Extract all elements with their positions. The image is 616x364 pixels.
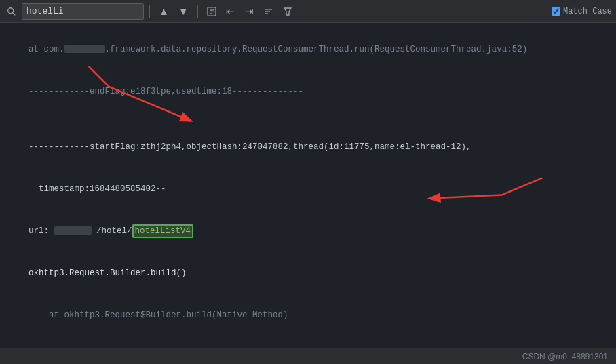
separator-2: [197, 5, 198, 18]
watermark: CSDN @m0_48891301: [522, 352, 608, 361]
log-line-3: ------------startFlag:zthj2ph4,objectHas…: [8, 126, 608, 168]
log-line-empty: [8, 113, 608, 127]
redacted-1: [64, 45, 105, 53]
log-line-url: url: /hotel/hotelListV4: [8, 210, 608, 252]
log-line-7: at okhttp3.Request$Builder.build(Native …: [8, 294, 608, 336]
line-text-2: .framework.data.repository.RequestConsum…: [105, 45, 528, 54]
log-content: at com. .framework.data.repository.Reque…: [0, 23, 616, 348]
url-label: url:: [28, 226, 54, 236]
url-redacted: [54, 226, 92, 235]
bottom-bar: CSDN @m0_48891301: [0, 348, 616, 364]
log-line-2: ------------endFlag:e18f3tpe,usedtime:18…: [8, 70, 608, 113]
search-toolbar: ▲ ▼ ⇤ ⇥ Match Case: [0, 0, 616, 23]
match-case-option: Match Case: [552, 7, 612, 16]
match-case-label[interactable]: Match Case: [563, 7, 612, 16]
end-flag: ------------endFlag:e18f3tpe,usedtime:18…: [28, 87, 303, 96]
separator-1: [149, 5, 150, 18]
line-text: at com.: [28, 45, 64, 54]
url-path: /hotel/: [92, 226, 132, 236]
filter-button[interactable]: [280, 3, 296, 20]
hotel-list-v4-highlight: hotelListV4: [132, 224, 194, 238]
next-match-button[interactable]: ▼: [175, 3, 192, 20]
at-indent-1: at okhttp3.Request$Builder.build(Native …: [28, 310, 288, 320]
start-flag: ------------startFlag:zthj2ph4,objectHas…: [28, 142, 471, 152]
match-case-checkbox[interactable]: [552, 7, 560, 16]
svg-line-1: [13, 12, 16, 15]
log-line-4: timestamp:1684480585402--: [8, 168, 608, 210]
svg-marker-9: [284, 8, 291, 15]
log-line-8: at com. .framework.net.okhttp.request.Ok…: [8, 336, 608, 348]
timestamp: timestamp:1684480585402--: [28, 184, 166, 194]
log-line-6: okhttp3.Request.Builder.build(): [8, 252, 608, 294]
sort-button[interactable]: [261, 3, 277, 20]
okhttp-build: okhttp3.Request.Builder.build(): [28, 268, 187, 278]
search-icon: [4, 5, 19, 18]
prev-match-button[interactable]: ▲: [155, 3, 172, 20]
search-input[interactable]: [22, 3, 144, 20]
find-in-file-button[interactable]: [204, 3, 220, 20]
indent-right-button[interactable]: ⇥: [242, 3, 258, 20]
log-line-1: at com. .framework.data.repository.Reque…: [8, 28, 608, 70]
svg-point-0: [8, 7, 14, 13]
indent-left-button[interactable]: ⇤: [223, 3, 239, 20]
